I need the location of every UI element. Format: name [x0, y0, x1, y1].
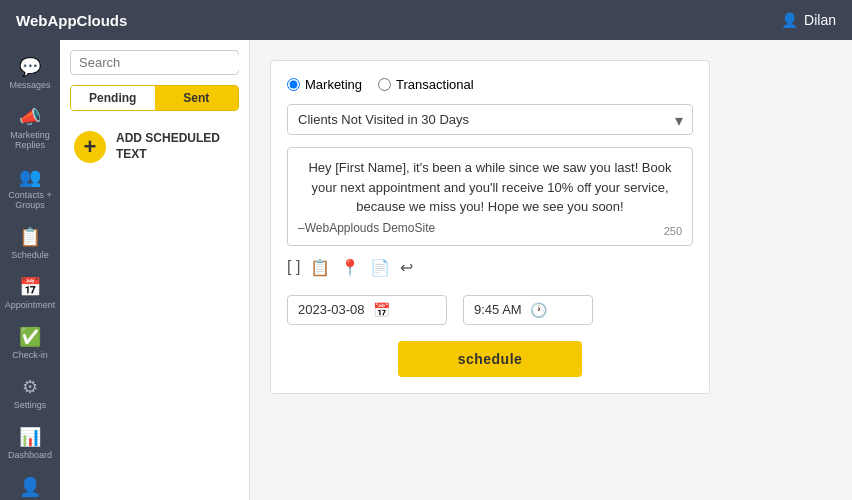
radio-transactional-label[interactable]: Transactional: [378, 77, 474, 92]
sidebar-item-schedule[interactable]: 📋 Schedule: [0, 218, 60, 268]
toolbar-row: [ ] 📋 📍 📄 ↩: [287, 254, 693, 281]
check-in-icon: ✅: [19, 326, 41, 348]
user-info: 👤 Dilan: [781, 12, 836, 28]
person-pin-icon[interactable]: 📍: [340, 258, 360, 277]
appointment-label: Appointment: [5, 300, 56, 310]
radio-marketing[interactable]: [287, 78, 300, 91]
user-icon: 👤: [781, 12, 798, 28]
clipboard-icon[interactable]: 📋: [310, 258, 330, 277]
user-name: Dilan: [804, 12, 836, 28]
contacts-groups-label: Contacts + Groups: [4, 190, 56, 210]
app-logo: WebAppClouds: [16, 12, 127, 29]
messages-icon: 💬: [19, 56, 41, 78]
sidebar-item-check-in[interactable]: ✅ Check-in: [0, 318, 60, 368]
date-field[interactable]: 2023-03-08 📅: [287, 295, 447, 325]
profile-icon: 👤: [19, 476, 41, 498]
schedule-label: Schedule: [11, 250, 49, 260]
message-text: Hey [First Name], it's been a while sinc…: [298, 158, 682, 217]
char-count: 250: [664, 225, 682, 237]
radio-transactional-text: Transactional: [396, 77, 474, 92]
left-panel: 🔍 Pending Sent + ADD SCHEDULED TEXT: [60, 40, 250, 500]
message-signature: –WebApplouds DemoSite: [298, 221, 682, 235]
dropdown-row: Clients Not Visited in 30 Days All Clien…: [287, 104, 693, 135]
radio-row: Marketing Transactional: [287, 77, 693, 92]
sidebar: 💬 Messages 📣 Marketing Replies 👥 Contact…: [0, 40, 60, 500]
tab-sent[interactable]: Sent: [155, 86, 239, 110]
form-panel: Marketing Transactional Clients Not Visi…: [270, 60, 710, 394]
sidebar-item-dashboard[interactable]: 📊 Dashboard: [0, 418, 60, 468]
add-circle-icon: +: [74, 131, 106, 163]
tabs-row: Pending Sent: [70, 85, 239, 111]
schedule-button[interactable]: schedule: [398, 341, 583, 377]
appointment-icon: 📅: [19, 276, 41, 298]
search-input[interactable]: [79, 55, 247, 70]
marketing-replies-icon: 📣: [19, 106, 41, 128]
dashboard-icon: 📊: [19, 426, 41, 448]
marketing-replies-label: Marketing Replies: [4, 130, 56, 150]
search-bar[interactable]: 🔍: [70, 50, 239, 75]
dropdown-wrapper: Clients Not Visited in 30 Days All Clien…: [287, 104, 693, 135]
copy-icon[interactable]: 📄: [370, 258, 390, 277]
sidebar-item-marketing-replies[interactable]: 📣 Marketing Replies: [0, 98, 60, 158]
sidebar-item-contacts-groups[interactable]: 👥 Contacts + Groups: [0, 158, 60, 218]
main-layout: 💬 Messages 📣 Marketing Replies 👥 Contact…: [0, 40, 852, 500]
radio-marketing-label[interactable]: Marketing: [287, 77, 362, 92]
time-field[interactable]: 9:45 AM 🕐: [463, 295, 593, 325]
add-scheduled-label: ADD SCHEDULED TEXT: [116, 131, 235, 162]
radio-transactional[interactable]: [378, 78, 391, 91]
sidebar-item-settings[interactable]: ⚙ Settings: [0, 368, 60, 418]
sidebar-item-appointment[interactable]: 📅 Appointment: [0, 268, 60, 318]
message-box: Hey [First Name], it's been a while sinc…: [287, 147, 693, 246]
undo-icon[interactable]: ↩: [400, 258, 413, 277]
time-value: 9:45 AM: [474, 302, 522, 317]
schedule-icon: 📋: [19, 226, 41, 248]
clock-icon: 🕐: [530, 302, 547, 318]
header: WebAppClouds 👤 Dilan: [0, 0, 852, 40]
settings-label: Settings: [14, 400, 47, 410]
contacts-groups-icon: 👥: [19, 166, 41, 188]
datetime-row: 2023-03-08 📅 9:45 AM 🕐: [287, 295, 693, 325]
dashboard-label: Dashboard: [8, 450, 52, 460]
calendar-icon: 📅: [373, 302, 390, 318]
check-in-label: Check-in: [12, 350, 48, 360]
date-value: 2023-03-08: [298, 302, 365, 317]
add-scheduled-button[interactable]: + ADD SCHEDULED TEXT: [60, 121, 249, 173]
tab-pending[interactable]: Pending: [71, 86, 155, 110]
messages-label: Messages: [9, 80, 50, 90]
content-area: Marketing Transactional Clients Not Visi…: [250, 40, 852, 500]
sidebar-item-profile[interactable]: 👤 Profile: [0, 468, 60, 500]
radio-marketing-text: Marketing: [305, 77, 362, 92]
brackets-icon[interactable]: [ ]: [287, 258, 300, 276]
audience-dropdown[interactable]: Clients Not Visited in 30 Days All Clien…: [287, 104, 693, 135]
settings-icon: ⚙: [22, 376, 38, 398]
sidebar-item-messages[interactable]: 💬 Messages: [0, 48, 60, 98]
